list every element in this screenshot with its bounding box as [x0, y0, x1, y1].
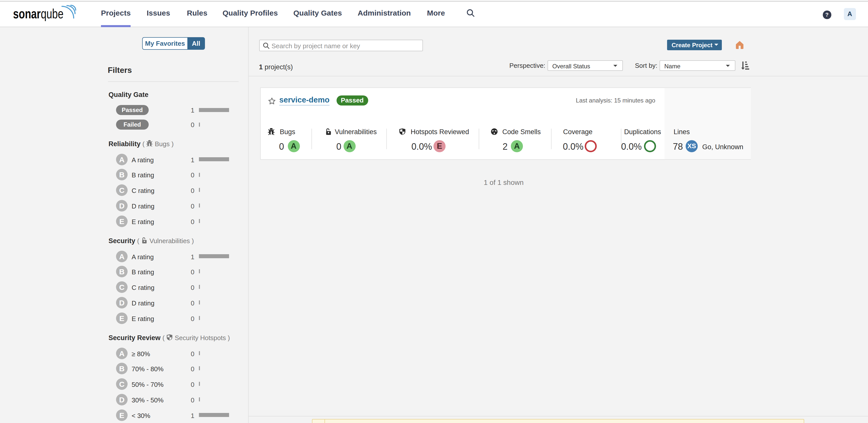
svg-text:qube: qube [41, 6, 63, 21]
svg-text:sonar: sonar [13, 6, 41, 21]
